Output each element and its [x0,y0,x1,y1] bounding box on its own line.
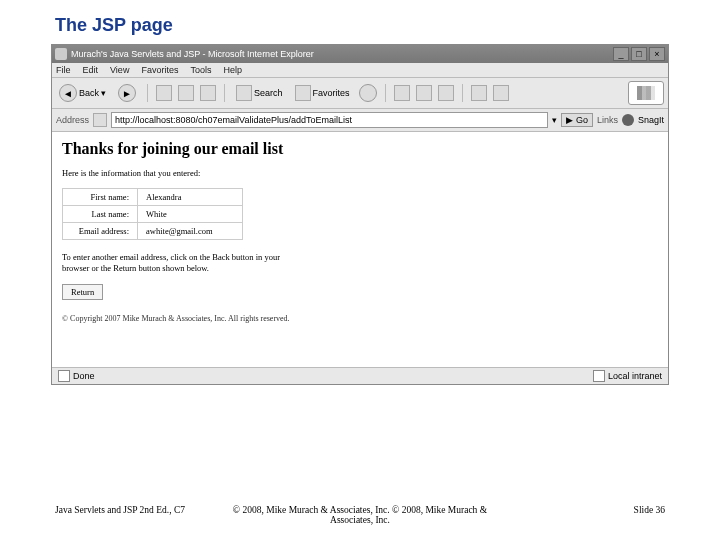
go-label: Go [576,115,588,125]
stop-button[interactable] [156,85,172,101]
footer-right: Slide 36 [634,505,665,515]
close-button[interactable]: × [649,47,665,61]
email-label: Email address: [63,223,138,240]
dropdown-icon: ▾ [101,88,106,98]
browser-window: Murach's Java Servlets and JSP - Microso… [51,44,669,385]
search-label: Search [254,88,283,98]
menubar: File Edit View Favorites Tools Help [52,63,668,78]
window-title: Murach's Java Servlets and JSP - Microso… [71,49,613,59]
snagit-icon [622,114,634,126]
star-icon [295,85,311,101]
page-heading: Thanks for joining our email list [62,140,658,158]
research-button[interactable] [493,85,509,101]
back-label: Back [79,88,99,98]
intro-text: Here is the information that you entered… [62,168,658,178]
menu-help[interactable]: Help [223,65,242,75]
status-done: Done [73,371,95,381]
maximize-button[interactable]: □ [631,47,647,61]
info-table: First name: Alexandra Last name: White E… [62,188,243,240]
slide-title: The JSP page [55,15,720,36]
search-icon [236,85,252,101]
status-zone: Local intranet [608,371,662,381]
address-label: Address [56,115,89,125]
mail-button[interactable] [394,85,410,101]
last-name-value: White [138,206,243,223]
print-button[interactable] [416,85,432,101]
flag-icon [637,86,655,100]
discuss-button[interactable] [471,85,487,101]
favorites-button[interactable]: Favorites [292,84,353,102]
return-button[interactable]: Return [62,284,103,300]
table-row: Email address: awhite@gmail.com [63,223,243,240]
back-icon: ◄ [59,84,77,102]
back-button[interactable]: ◄ Back ▾ [56,83,109,103]
table-row: Last name: White [63,206,243,223]
page-content: Thanks for joining our email list Here i… [52,132,668,367]
links-label[interactable]: Links [597,115,618,125]
menu-view[interactable]: View [110,65,129,75]
address-input[interactable] [111,112,548,128]
forward-icon: ► [118,84,136,102]
email-value: awhite@gmail.com [138,223,243,240]
footer-center: © 2008, Mike Murach & Associates, Inc. ©… [230,505,490,525]
separator [224,84,225,102]
titlebar: Murach's Java Servlets and JSP - Microso… [52,45,668,63]
addressbar: Address ▾ ▶ Go Links SnagIt [52,109,668,132]
menu-favorites[interactable]: Favorites [141,65,178,75]
separator [462,84,463,102]
favorites-label: Favorites [313,88,350,98]
menu-tools[interactable]: Tools [190,65,211,75]
edit-button[interactable] [438,85,454,101]
toolbar: ◄ Back ▾ ► Search Favorites [52,78,668,109]
snagit-label[interactable]: SnagIt [638,115,664,125]
statusbar: Done Local intranet [52,367,668,384]
page-copyright: © Copyright 2007 Mike Murach & Associate… [62,314,658,323]
done-icon [58,370,70,382]
ie-icon [55,48,67,60]
forward-button[interactable]: ► [115,83,139,103]
zone-icon [593,370,605,382]
first-name-value: Alexandra [138,189,243,206]
minimize-button[interactable]: _ [613,47,629,61]
page-icon [93,113,107,127]
table-row: First name: Alexandra [63,189,243,206]
last-name-label: Last name: [63,206,138,223]
refresh-button[interactable] [178,85,194,101]
menu-edit[interactable]: Edit [83,65,99,75]
first-name-label: First name: [63,189,138,206]
footer-left: Java Servlets and JSP 2nd Ed., C7 [55,505,185,515]
address-dropdown-icon[interactable]: ▾ [552,115,557,125]
search-button[interactable]: Search [233,84,286,102]
home-button[interactable] [200,85,216,101]
go-button[interactable]: ▶ Go [561,113,593,127]
slide-footer: Java Servlets and JSP 2nd Ed., C7 © 2008… [0,505,720,515]
media-button[interactable] [359,84,377,102]
separator [385,84,386,102]
separator [147,84,148,102]
menu-file[interactable]: File [56,65,71,75]
throbber [628,81,664,105]
instructions-text: To enter another email address, click on… [62,252,292,274]
